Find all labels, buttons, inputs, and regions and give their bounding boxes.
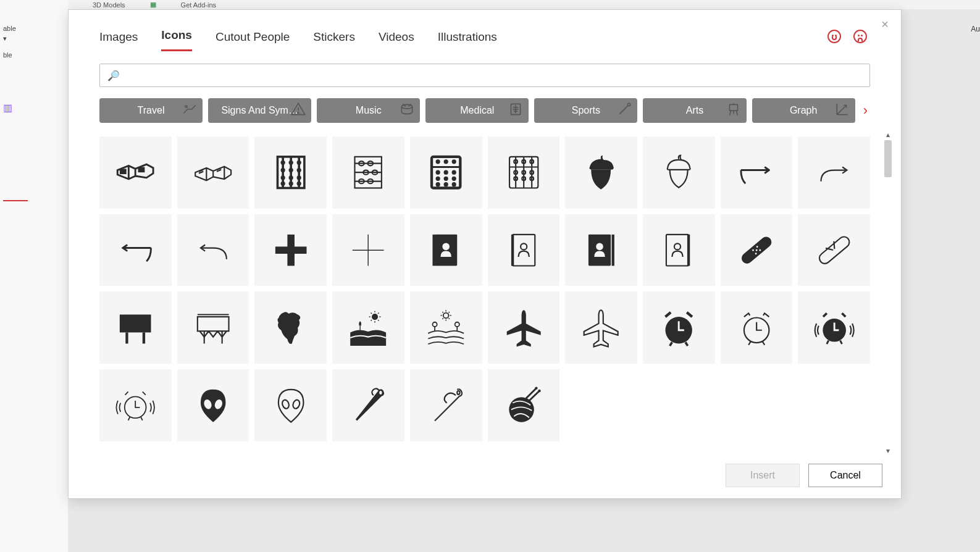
category-travel[interactable]: Travel: [99, 98, 203, 123]
icon-address-book-outline[interactable]: [488, 214, 560, 286]
xray-icon: [508, 101, 524, 120]
svg-rect-84: [432, 235, 435, 266]
icon-3d-glasses-solid[interactable]: [99, 136, 172, 209]
svg-point-61: [452, 177, 456, 181]
icon-alarm-solid[interactable]: [643, 291, 715, 364]
svg-point-64: [452, 182, 456, 186]
category-next-button[interactable]: ›: [861, 102, 870, 119]
icon-arrow-curve-left[interactable]: [99, 214, 172, 286]
icon-address-book-solid-2[interactable]: [565, 214, 637, 286]
category-music[interactable]: Music: [317, 98, 420, 123]
cancel-button[interactable]: Cancel: [808, 464, 882, 487]
svg-line-15: [729, 111, 731, 115]
icon-address-book-outline-2[interactable]: [643, 214, 715, 286]
svg-line-143: [840, 340, 842, 344]
svg-line-117: [371, 312, 372, 313]
icon-billboard-solid[interactable]: [99, 291, 172, 364]
icon-grid: [69, 123, 901, 448]
icon-abacus-4[interactable]: [488, 136, 560, 209]
svg-line-140: [762, 341, 764, 345]
svg-point-2: [298, 112, 299, 114]
icon-plus-bold[interactable]: [254, 214, 327, 286]
icon-acorn-solid[interactable]: [565, 136, 637, 209]
scroll-down-icon[interactable]: ▾: [882, 446, 894, 455]
svg-point-54: [444, 159, 448, 164]
svg-point-35: [280, 175, 285, 180]
vertical-scrollbar[interactable]: ▴ ▾: [882, 130, 894, 455]
svg-point-58: [452, 170, 456, 175]
svg-rect-21: [120, 169, 127, 175]
icon-abacus-3[interactable]: [410, 136, 482, 209]
svg-point-131: [432, 322, 437, 326]
svg-point-32: [280, 168, 285, 172]
feedback-happy-icon[interactable]: [827, 30, 841, 43]
icon-bandage-solid[interactable]: [721, 214, 793, 286]
category-signs[interactable]: Signs And Sym…: [208, 98, 311, 123]
icon-needle-solid[interactable]: [332, 369, 404, 441]
svg-point-85: [442, 243, 450, 250]
icon-africa[interactable]: [254, 291, 327, 364]
svg-point-3: [402, 104, 413, 109]
dialog-footer: Insert Cancel: [726, 464, 882, 487]
tab-icons[interactable]: Icons: [161, 28, 192, 51]
tab-images[interactable]: Images: [99, 30, 138, 51]
svg-line-136: [670, 342, 672, 346]
icon-yarn-ball[interactable]: [488, 369, 560, 441]
svg-point-156: [535, 387, 537, 390]
icon-arrow-curve-right[interactable]: [721, 136, 793, 209]
feedback-sad-icon[interactable]: [853, 30, 867, 43]
tab-illustrations[interactable]: Illustrations: [438, 30, 497, 51]
svg-line-127: [442, 312, 443, 312]
icon-acorn-outline[interactable]: [643, 136, 715, 209]
svg-point-40: [296, 182, 301, 186]
right-bg-text: Au: [971, 25, 980, 33]
icon-arrow-curve-left-2[interactable]: [177, 214, 249, 286]
icon-abacus-1[interactable]: [254, 136, 327, 209]
search-box[interactable]: 🔍: [99, 64, 870, 87]
category-graph[interactable]: Graph: [752, 98, 855, 123]
svg-point-150: [291, 399, 300, 409]
svg-line-128: [448, 318, 449, 319]
svg-line-145: [128, 417, 130, 420]
icon-alien-solid[interactable]: [177, 369, 249, 441]
scroll-thumb[interactable]: [884, 140, 892, 177]
svg-point-57: [444, 170, 448, 175]
svg-point-33: [288, 168, 293, 172]
svg-line-11: [620, 106, 628, 114]
svg-point-149: [281, 399, 290, 409]
category-arts[interactable]: Arts: [643, 98, 746, 123]
icon-3d-glasses-outline[interactable]: [177, 136, 249, 209]
tab-cutout-people[interactable]: Cutout People: [216, 30, 290, 51]
icon-abacus-2[interactable]: [332, 136, 404, 209]
icon-alarm-outline[interactable]: [721, 291, 793, 364]
category-row: Travel Signs And Sym… Music Medical Spor…: [69, 87, 901, 123]
close-button[interactable]: ×: [881, 17, 889, 31]
svg-point-29: [280, 161, 285, 165]
svg-point-55: [452, 159, 456, 164]
category-sports[interactable]: Sports: [534, 98, 637, 123]
icon-billboard-outline[interactable]: [177, 291, 249, 364]
icon-arrow-curve-right-2[interactable]: [798, 136, 870, 209]
icon-airplane-solid[interactable]: [488, 291, 560, 364]
icon-address-book-solid[interactable]: [410, 214, 482, 286]
icon-farm-solid[interactable]: [332, 291, 404, 364]
category-medical[interactable]: Medical: [425, 98, 529, 123]
icon-airplane-outline[interactable]: [565, 291, 637, 364]
icon-alarm-ringing-solid[interactable]: [798, 291, 870, 364]
icon-alien-outline[interactable]: [254, 369, 327, 441]
tab-stickers[interactable]: Stickers: [313, 30, 355, 51]
icon-picker-dialog: × Images Icons Cutout People Stickers Vi…: [68, 9, 902, 499]
svg-point-91: [597, 243, 604, 250]
icon-needle-outline[interactable]: [410, 369, 482, 441]
search-icon: 🔍: [107, 70, 120, 82]
search-input[interactable]: [125, 70, 862, 81]
icon-plus-thin[interactable]: [332, 214, 404, 286]
tab-videos[interactable]: Videos: [379, 30, 414, 51]
icon-alarm-ringing-outline[interactable]: [99, 369, 172, 441]
icon-bandage-outline[interactable]: [798, 214, 870, 286]
svg-point-152: [457, 391, 459, 395]
svg-point-112: [372, 314, 378, 320]
svg-line-129: [448, 312, 449, 312]
icon-farm-outline[interactable]: [410, 291, 482, 364]
scroll-up-icon[interactable]: ▴: [882, 130, 894, 139]
